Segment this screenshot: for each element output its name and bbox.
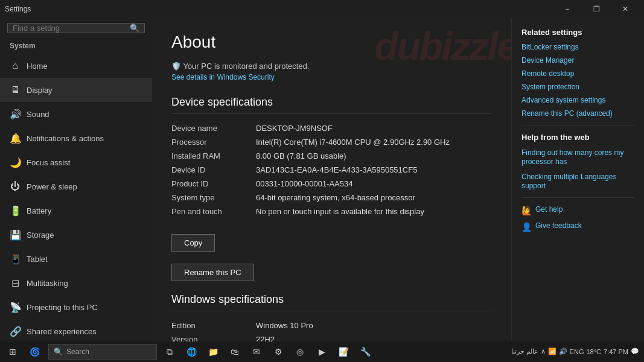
right-panel: Related settings BitLocker settingsDevic… [511, 18, 644, 341]
clock: 7:47 PM [604, 348, 628, 356]
sidebar-label-tablet: Tablet [27, 255, 48, 264]
sidebar-label-power: Power & sleep [27, 182, 77, 191]
store-button[interactable]: 🛍 [225, 341, 245, 362]
web-links-container: Finding out how many cores my processor … [521, 148, 634, 190]
sound-icon: 🔊 [559, 348, 567, 355]
taskview-button[interactable]: ⧉ [159, 341, 180, 362]
related-settings-heading: Related settings [521, 28, 634, 37]
chrome-button[interactable]: ◎ [290, 341, 310, 362]
sidebar-icon-display: 🖥 [10, 84, 21, 95]
rename-btn-wrap: Rename this PC [171, 256, 492, 281]
device-specs-table: Device name DESKTOP-JM9NSOF Processor In… [171, 121, 492, 218]
cortana-button[interactable]: 🌀 [24, 341, 45, 362]
web-link-text: Finding out how many cores my processor … [521, 148, 623, 166]
app3-button[interactable]: 🔧 [355, 341, 375, 362]
web-link-item[interactable]: Finding out how many cores my processor … [521, 148, 634, 166]
sidebar-items-container: ⌂ Home 🖥 Display 🔊 Sound 🔔 Notifications… [0, 54, 152, 341]
app2-button[interactable]: 📝 [333, 341, 354, 362]
spec-label: Pen and touch [171, 207, 256, 216]
sidebar-icon-focus: 🌙 [10, 157, 21, 168]
taskbar-middle: ⧉ 🌐 📁 🛍 ✉ ⚙ ◎ ▶ 📝 🔧 [159, 341, 375, 362]
related-link[interactable]: System protection [521, 83, 634, 91]
table-row: Version 22H2 [171, 332, 492, 341]
sidebar-item-display[interactable]: 🖥 Display [0, 78, 152, 102]
web-link-item[interactable]: Checking multiple Languages support [521, 172, 634, 190]
spec-value: Intel(R) Core(TM) i7-4600M CPU @ 2.90GHz… [256, 138, 492, 147]
sidebar-icon-projecting: 📡 [10, 302, 21, 313]
related-link[interactable]: Remote desktop [521, 69, 634, 78]
spec-label: Edition [171, 321, 256, 330]
web-link-text: Checking multiple Languages support [521, 173, 616, 190]
table-row: System type 64-bit operating system, x64… [171, 191, 492, 205]
sidebar-item-tablet[interactable]: 📱 Tablet [0, 247, 152, 271]
windows-specs-heading: Windows specifications [171, 293, 492, 311]
close-button[interactable]: ✕ [611, 0, 639, 18]
device-specs-heading: Device specifications [171, 96, 492, 114]
app1-button[interactable]: ▶ [311, 341, 332, 362]
spec-label: Version [171, 335, 256, 341]
sidebar-item-focus[interactable]: 🌙 Focus assist [0, 150, 152, 174]
taskbar-search[interactable]: 🔍 Search [48, 344, 157, 360]
sidebar-icon-notifications: 🔔 [10, 133, 21, 144]
security-link[interactable]: See details in Windows Security [171, 73, 492, 81]
table-row: Installed RAM 8.00 GB (7.81 GB usable) [171, 149, 492, 163]
time-display: 7:47 PM [604, 348, 628, 356]
edge-button[interactable]: 🌐 [181, 341, 202, 362]
maximize-button[interactable]: ❐ [582, 0, 610, 18]
give-feedback-item[interactable]: 👤 Give feedback [521, 221, 634, 232]
spec-value: Windows 10 Pro [256, 321, 492, 330]
spec-value: DESKTOP-JM9NSOF [256, 124, 492, 133]
sidebar-icon-power: ⏻ [10, 181, 21, 192]
title-bar: Settings − ❐ ✕ [0, 0, 644, 18]
search-box[interactable]: 🔍 [7, 23, 145, 33]
sidebar-icon-multitasking: ⊟ [10, 278, 21, 289]
rename-button[interactable]: Rename this PC [171, 264, 254, 281]
sidebar-item-home[interactable]: ⌂ Home [0, 54, 152, 78]
search-icon: 🔍 [130, 24, 139, 33]
give-feedback-link[interactable]: Give feedback [535, 221, 582, 230]
related-link[interactable]: Rename this PC (advanced) [521, 109, 634, 118]
sidebar-item-sound[interactable]: 🔊 Sound [0, 102, 152, 126]
sidebar-label-storage: Storage [27, 230, 54, 240]
sidebar-icon-battery: 🔋 [10, 205, 21, 217]
spec-label: Installed RAM [171, 151, 256, 160]
related-link[interactable]: Device Manager [521, 56, 634, 65]
taskbar: ⊞ 🌀 🔍 Search ⧉ 🌐 📁 🛍 ✉ ⚙ ◎ ▶ 📝 🔧 عالم حر… [0, 341, 644, 362]
sidebar-item-storage[interactable]: 💾 Storage [0, 223, 152, 247]
sidebar-icon-tablet: 📱 [10, 253, 21, 265]
minimize-button[interactable]: − [553, 0, 581, 18]
table-row: Processor Intel(R) Core(TM) i7-4600M CPU… [171, 135, 492, 149]
chevron-icon: ∧ [541, 348, 546, 355]
explorer-button[interactable]: 📁 [203, 341, 223, 362]
sidebar-item-power[interactable]: ⏻ Power & sleep [0, 174, 152, 198]
sidebar-item-shared[interactable]: 🔗 Shared experiences [0, 319, 152, 341]
sidebar-item-multitasking[interactable]: ⊟ Multitasking [0, 271, 152, 295]
copy-button[interactable]: Copy [171, 234, 215, 252]
sidebar-item-notifications[interactable]: 🔔 Notifications & actions [0, 126, 152, 150]
sidebar-label-sound: Sound [27, 110, 49, 119]
spec-label: Product ID [171, 179, 256, 188]
mail-button[interactable]: ✉ [246, 341, 267, 362]
related-links-container: BitLocker settingsDevice ManagerRemote d… [521, 43, 634, 118]
action-buttons: Copy [171, 227, 492, 252]
sidebar-label-home: Home [27, 62, 48, 71]
get-help-link[interactable]: Get help [535, 205, 563, 214]
settings-btn2[interactable]: ⚙ [268, 341, 289, 362]
spec-label: Processor [171, 138, 256, 147]
start-button[interactable]: ⊞ [2, 341, 23, 362]
related-link[interactable]: Advanced system settings [521, 96, 634, 104]
sidebar-item-projecting[interactable]: 📡 Projecting to this PC [0, 295, 152, 319]
taskbar-right: عالم حرتنا ∧ 📶 🔊 ENG 18°C 7:47 PM 💬 [511, 348, 642, 356]
taskbar-left: ⊞ 🌀 🔍 Search [2, 341, 157, 362]
divider [521, 125, 634, 125]
protection-text: 🛡️ Your PC is monitored and protected. [171, 62, 492, 71]
related-link[interactable]: BitLocker settings [521, 43, 634, 51]
page-title: About [171, 33, 492, 52]
search-input[interactable] [13, 24, 127, 33]
spec-value: 00331-10000-00001-AA534 [256, 179, 492, 188]
shield-icon: 🛡️ [171, 62, 183, 71]
sidebar-item-battery[interactable]: 🔋 Battery [0, 198, 152, 223]
get-help-icon: 🙋 [521, 206, 532, 215]
get-help-item[interactable]: 🙋 Get help [521, 205, 634, 215]
spec-value: No pen or touch input is available for t… [256, 207, 492, 216]
